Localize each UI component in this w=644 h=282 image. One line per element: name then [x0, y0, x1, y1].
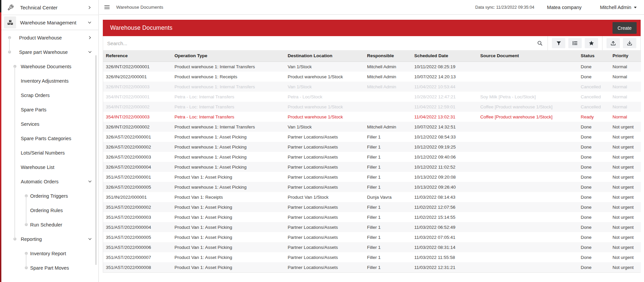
cell-scheduled: 11/04/2022 10:53:44 — [412, 82, 478, 92]
sidebar-item-warehouse-management[interactable]: Warehouse Management — [0, 15, 98, 30]
column-header-scheduled-date[interactable]: Scheduled Date — [412, 50, 478, 62]
cell-operation: Product warehouse 1: Asset Picking — [172, 152, 285, 162]
table-row-351-in-2022-000001[interactable]: 351/IN/2022/000001Product Van 1: Receipt… — [103, 192, 641, 202]
cell-destination: Partner Locations/Assets — [285, 172, 364, 182]
cell-destination: Partner Locations/Assets — [285, 242, 364, 252]
toolbar-group — [602, 36, 640, 50]
table-row-326-int-2022-000002[interactable]: 326/INT/2022/000002Product warehouse 1: … — [103, 122, 641, 132]
cell-priority: Not urgent — [610, 232, 641, 242]
cell-status: Done — [578, 62, 610, 72]
sidebar-item-spare-part-warehouse[interactable]: Spare part Warehouse — [0, 45, 99, 59]
sidebar-item-technical-center[interactable]: Technical Center — [0, 0, 98, 15]
cell-operation: Product Van 1: Asset Picking — [172, 262, 285, 272]
cell-reference: 351/AST/2022/000004 — [103, 222, 172, 232]
table-row-351-ast-2022-000004[interactable]: 351/AST/2022/000004Product Van 1: Asset … — [103, 222, 641, 232]
cell-responsible: Mitchell Admin — [364, 122, 412, 132]
tree-connector — [14, 66, 15, 239]
column-header-operation-type[interactable]: Operation Type — [172, 50, 285, 62]
column-header-reference[interactable]: Reference — [103, 50, 172, 62]
search-input[interactable] — [103, 36, 535, 50]
upload-button[interactable] — [606, 38, 620, 48]
table-row-351-ast-2022-000005[interactable]: 351/AST/2022/000005Product Van 1: Asset … — [103, 232, 641, 242]
sidebar-item-spare-part-moves[interactable]: Spare Part Moves — [0, 261, 99, 275]
sidebar-item-label: Warehouse List — [21, 165, 54, 170]
column-header-destination-location[interactable]: Destination Location — [285, 50, 364, 62]
sidebar-item-label: Inventory Report — [30, 251, 66, 256]
table-row-326-int-2022-000001[interactable]: 326/INT/2022/000001Product warehouse 1: … — [103, 62, 641, 72]
cell-source — [478, 222, 578, 232]
table-row-326-in-2022-000001[interactable]: 326/IN/2022/000001Product warehouse 1: R… — [103, 72, 641, 82]
table-row-351-ast-2022-000007[interactable]: 351/AST/2022/000007Product Van 1: Asset … — [103, 252, 641, 262]
sidebar-item-label: Warehouse Documents — [21, 64, 71, 69]
table-row-354-int-2022-000001[interactable]: 354/INT/2022/000001Petra - Loc: Internal… — [103, 92, 641, 102]
cell-source — [478, 212, 578, 222]
cell-priority: Not urgent — [610, 222, 641, 232]
sidebar-item-label: Automatic Orders — [21, 179, 59, 184]
cell-status: Done — [578, 162, 610, 172]
chevron-right-icon — [87, 5, 92, 10]
table-row-326-ast-2022-000002[interactable]: 326/AST/2022/000002Product warehouse 1: … — [103, 142, 641, 152]
cell-destination: Van 1/Stock — [285, 62, 364, 72]
cell-responsible: Filler 1 — [364, 252, 412, 262]
cell-reference: 326/AST/2022/000001 — [103, 132, 172, 142]
menu-icon[interactable] — [102, 3, 112, 12]
cell-status: Done — [578, 232, 610, 242]
search-icon[interactable] — [535, 36, 548, 50]
cell-priority: Not urgent — [610, 242, 641, 252]
table-row-351-ast-2022-000006[interactable]: 351/AST/2022/000006Product Van 1: Asset … — [103, 242, 641, 252]
cell-source — [478, 122, 578, 132]
cell-reference: 354/INT/2022/000003 — [103, 112, 172, 122]
cell-scheduled: 10/13/2022 09:20:08 — [412, 172, 478, 182]
table-row-326-ast-2022-000005[interactable]: 326/AST/2022/000005Product warehouse 1: … — [103, 182, 641, 192]
group-by-button[interactable] — [568, 38, 582, 48]
cell-reference: 351/AST/2022/000008 — [103, 262, 172, 272]
user-menu[interactable]: Mitchell Admin — [600, 5, 637, 10]
cell-responsible: Mitchell Admin — [364, 62, 412, 72]
column-header-source-document[interactable]: Source Document — [478, 50, 578, 62]
table-row-326-int-2022-000003[interactable]: 326/INT/2022/000003Product warehouse 1: … — [103, 82, 641, 92]
cell-scheduled: 11/03/2022 11:55:58 — [412, 252, 478, 262]
cell-operation: Product warehouse 1: Asset Picking — [172, 162, 285, 172]
sidebar-item-label: Inventory Adjustments — [21, 78, 69, 84]
column-header-responsible[interactable]: Responsible — [364, 50, 412, 62]
cell-scheduled: 11/03/2022 06:52:49 — [412, 222, 478, 232]
table-row-326-ast-2022-000003[interactable]: 326/AST/2022/000003Product warehouse 1: … — [103, 152, 641, 162]
cell-status: Done — [578, 242, 610, 252]
table-row-326-ast-2022-000004[interactable]: 326/AST/2022/000004Product warehouse 1: … — [103, 162, 641, 172]
table-row-351-ast-2022-000002[interactable]: 351/AST/2022/000002Product Van 1: Asset … — [103, 202, 641, 212]
company-selector[interactable]: Matea company — [547, 5, 581, 10]
cell-destination: Partner Locations/Assets — [285, 202, 364, 212]
cell-source — [478, 262, 578, 272]
cell-scheduled: 11/03/2022 08:31:14 — [412, 242, 478, 252]
cell-operation: Product warehouse 1: Receipts — [172, 72, 285, 82]
column-header-status[interactable]: Status — [578, 50, 610, 62]
cell-priority: Not urgent — [610, 162, 641, 172]
cell-destination: Partner Locations/Assets — [285, 262, 364, 272]
cell-responsible: Filler 1 — [364, 222, 412, 232]
cell-priority: Not urgent — [610, 182, 641, 192]
create-button[interactable]: Create — [613, 22, 637, 34]
download-button[interactable] — [623, 38, 636, 48]
favorites-button[interactable] — [585, 38, 598, 48]
table-row-351-ast-2022-000003[interactable]: 351/AST/2022/000003Product Van 1: Asset … — [103, 212, 641, 222]
cell-status: Done — [578, 192, 610, 202]
cell-destination: Product warehouse 1/Stock — [285, 112, 364, 122]
cell-priority: Not urgent — [610, 262, 641, 272]
cell-reference: 351/AST/2022/000002 — [103, 202, 172, 212]
cell-source — [478, 252, 578, 262]
table-row-354-int-2022-000002[interactable]: 354/INT/2022/000002Petra - Loc: Internal… — [103, 102, 641, 112]
table-row-351-ast-2022-000008[interactable]: 351/AST/2022/000008Product Van 1: Asset … — [103, 262, 641, 272]
sidebar-item-inventory-report[interactable]: Inventory Report — [0, 246, 99, 261]
cell-priority: Not urgent — [610, 122, 641, 132]
cell-scheduled: 10/12/2022 09:40:06 — [412, 152, 478, 162]
cell-priority: Normal — [610, 82, 641, 92]
column-header-priority[interactable]: Priority — [610, 50, 641, 62]
cell-scheduled: 10/12/2022 08:54:33 — [412, 132, 478, 142]
filter-button[interactable] — [552, 38, 565, 48]
table-row-351-ast-2022-000001[interactable]: 351/AST/2022/000001Product Van 1: Asset … — [103, 172, 641, 182]
table-row-354-int-2022-000003[interactable]: 354/INT/2022/000003Petra - Loc: Internal… — [103, 112, 641, 122]
sidebar-item-product-warehouse[interactable]: Product Warehouse — [0, 30, 99, 45]
sidebar-scrollbar[interactable] — [95, 55, 96, 265]
table-row-326-ast-2022-000001[interactable]: 326/AST/2022/000001Product warehouse 1: … — [103, 132, 641, 142]
cell-responsible: Filler 1 — [364, 172, 412, 182]
